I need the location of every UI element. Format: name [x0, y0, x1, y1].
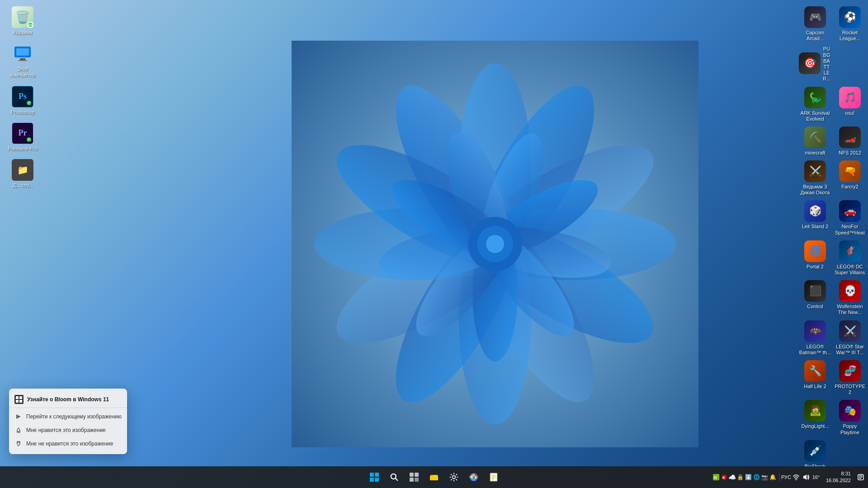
dying-light-label: DyingLight... — [801, 423, 829, 429]
action-center-icon[interactable] — [857, 474, 864, 481]
svg-point-52 — [472, 476, 475, 479]
lego-dc-icon[interactable]: 🦸 LEGO® DC Super Villains — [832, 239, 868, 277]
premiere-icon[interactable]: Pr ✓ Premiere Pro — [5, 121, 41, 154]
minecraft-icon[interactable]: ⛏️ minecraft — [797, 125, 833, 158]
search-button[interactable] — [385, 468, 403, 486]
onedrive-tray-icon[interactable]: ☁️ — [729, 474, 736, 481]
portal2-label: Portal 2 — [807, 264, 824, 270]
svg-rect-33 — [16, 400, 19, 403]
dying-light-icon[interactable]: 🧟 DyingLight... — [797, 398, 833, 437]
half-life2-label: Half Life 2 — [804, 384, 826, 389]
svg-rect-34 — [19, 400, 22, 403]
svg-text:N: N — [714, 475, 717, 480]
wolfenstein-icon[interactable]: 💀 Wolfenstein The New... — [832, 278, 868, 317]
misc-tray-1[interactable]: 🔒 — [737, 474, 744, 481]
system-clock[interactable]: 8:31 16.06.2022 — [822, 470, 854, 484]
svg-rect-29 — [20, 58, 25, 60]
svg-point-49 — [453, 476, 456, 479]
rocket-league-icon[interactable]: ⚽ Rocket League... — [832, 5, 868, 43]
svg-rect-32 — [19, 396, 22, 399]
osu-icon[interactable]: 🎵 osu! — [832, 85, 868, 124]
clock-time: 8:31 — [841, 470, 851, 477]
volume-icon[interactable] — [802, 474, 810, 481]
misc-icon[interactable]: 📁 Д... слу... — [5, 157, 41, 190]
network-tray-icon[interactable]: 🌐 — [753, 474, 760, 481]
svg-marker-35 — [16, 414, 21, 419]
misc-tray-2[interactable]: ⬇️ — [745, 474, 752, 481]
chrome-button[interactable] — [465, 468, 483, 486]
svg-point-26 — [486, 235, 504, 253]
lego-star-wars-icon[interactable]: ⚔️ LEGO® Star War™ III T... — [832, 319, 868, 357]
minecraft-label: minecraft — [805, 150, 825, 156]
next-image-item[interactable]: Перейти к следующему изображению — [9, 410, 127, 423]
capcom-arcade-icon[interactable]: 🎮 Capcom Arcad... — [797, 5, 833, 43]
misc-tray-3[interactable]: 📷 — [761, 474, 769, 481]
control-icon[interactable]: ⬛ Control — [797, 278, 833, 317]
pubg-icon[interactable]: 🎯 PUBG BATTLER... — [797, 44, 833, 84]
nvidia-tray-icon[interactable]: N — [712, 474, 720, 481]
notepad-button[interactable] — [485, 468, 503, 486]
leit-icon[interactable]: 🎲 Leit Stand 2 — [797, 198, 833, 237]
premiere-label: Premiere Pro — [8, 146, 38, 152]
tray-icons: N K ☁️ 🔒 ⬇️ 🌐 📷 🔔 — [712, 474, 777, 481]
desktop-wallpaper — [0, 0, 868, 488]
misc-label: Д... слу... — [12, 183, 33, 188]
task-view-button[interactable] — [405, 468, 423, 486]
svg-rect-45 — [415, 478, 419, 482]
lego-batman-label: LEGO® Batman™ th... — [799, 344, 831, 356]
nfs2012-label: NFS 2012 — [839, 150, 861, 156]
nfs-heat-label: NeoFor Speed™Heat — [834, 224, 866, 235]
photoshop-icon[interactable]: Ps ✓ Photoshop — [5, 84, 41, 117]
file-explorer-button[interactable] — [425, 468, 443, 486]
prototype2-icon[interactable]: 🧬 PROTOTYPE 2 — [832, 358, 868, 397]
wifi-icon[interactable] — [793, 474, 800, 481]
nfs-heat-icon[interactable]: 🚗 NeoFor Speed™Heat — [832, 198, 868, 237]
next-image-icon — [14, 413, 23, 421]
like-image-item[interactable]: Мне нравится это изображение — [9, 423, 127, 437]
wolfenstein-label: Wolfenstein The New... — [834, 304, 866, 315]
taskbar-right: N K ☁️ 🔒 ⬇️ 🌐 📷 🔔 РУС — [712, 470, 864, 484]
ark-icon[interactable]: 🦕 ARK Survival Evolved — [797, 85, 833, 124]
poppy-playtime-icon[interactable]: 🎭 Poppy Playtime — [832, 398, 868, 437]
desktop-icons-left: 🗑️ 60 Корзина Этот компьютер Ps ✓ — [5, 5, 41, 190]
ark-label: ARK Survival Evolved — [799, 110, 831, 122]
svg-rect-44 — [410, 478, 414, 482]
svg-rect-28 — [16, 48, 29, 56]
farcry2-label: Farcry2 — [841, 184, 858, 190]
prototype2-label: PROTOTYPE 2 — [834, 384, 866, 395]
computer-label: Этот компьютер — [6, 66, 39, 78]
svg-rect-64 — [859, 477, 863, 478]
recycle-bin-icon[interactable]: 🗑️ 60 Корзина — [5, 5, 41, 38]
svg-rect-37 — [375, 473, 379, 477]
language-indicator[interactable]: РУС — [783, 474, 790, 481]
portal2-icon[interactable]: 🌀 Portal 2 — [797, 239, 833, 277]
settings-button[interactable] — [445, 468, 463, 486]
tray-separator — [779, 473, 780, 482]
like-label: Мне нравится это изображение — [26, 427, 106, 433]
this-computer-icon[interactable]: Этот компьютер — [5, 41, 41, 80]
lego-batman-icon[interactable]: 🦇 LEGO® Batman™ th... — [797, 319, 833, 357]
context-menu-title: Узнайте о Bloom в Windows 11 — [27, 396, 109, 403]
antivirus-tray-icon[interactable]: K — [721, 474, 728, 481]
svg-point-61 — [796, 479, 797, 480]
witcher-icon[interactable]: ⚔️ Ведьмак 3 Дикая Охота — [797, 159, 833, 197]
farcry2-icon[interactable]: 🔫 Farcry2 — [832, 159, 868, 197]
poppy-playtime-label: Poppy Playtime — [834, 423, 866, 435]
svg-rect-30 — [18, 60, 27, 61]
like-icon — [14, 426, 23, 434]
osu-label: osu! — [845, 110, 855, 116]
photoshop-label: Photoshop — [11, 109, 35, 115]
dislike-image-item[interactable]: Мне не нравится это изображение — [9, 437, 127, 450]
pubg-label: PUBG BATTLER... — [822, 46, 831, 82]
control-label: Control — [807, 304, 823, 310]
nfs2012-icon[interactable]: 🏎️ NFS 2012 — [832, 125, 868, 158]
misc-tray-4[interactable]: 🔔 — [769, 474, 777, 481]
start-button[interactable] — [365, 468, 383, 486]
leit-label: Leit Stand 2 — [802, 224, 829, 230]
desktop-icons-right: 🎮 Capcom Arcad... ⚽ Rocket League... 🎯 P… — [795, 0, 868, 482]
svg-rect-43 — [415, 473, 419, 477]
clock-date: 16.06.2022 — [826, 477, 851, 484]
half-life2-icon[interactable]: 🔧 Half Life 2 — [797, 358, 833, 397]
svg-rect-65 — [859, 478, 861, 479]
svg-rect-38 — [370, 478, 374, 482]
